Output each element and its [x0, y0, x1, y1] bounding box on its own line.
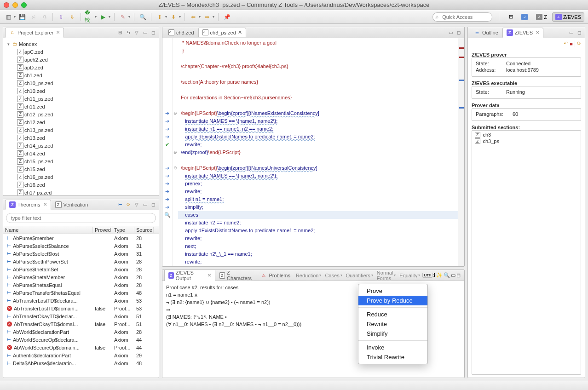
close-icon[interactable]: ✕: [56, 30, 60, 35]
wand-icon[interactable]: ✨: [436, 272, 443, 278]
output-dropdown[interactable]: Quantifiers: [345, 273, 375, 278]
quick-access-input[interactable]: [432, 12, 492, 22]
maximize-view-icon[interactable]: ◻: [456, 272, 461, 278]
close-icon[interactable]: ✕: [238, 29, 242, 35]
nav-up-icon[interactable]: ⇧: [57, 12, 66, 22]
tree-row[interactable]: Zch13_ps.zed: [3, 126, 159, 134]
output-dropdown[interactable]: Reduction: [294, 273, 323, 278]
tree-row[interactable]: Zch11_ps.zed: [3, 95, 159, 103]
theorems-tab[interactable]: ZTheorems✕: [5, 200, 51, 210]
editor-tab[interactable]: Zch3_ps.zed✕: [198, 28, 246, 37]
tree-row[interactable]: Zch10.zed: [3, 87, 159, 95]
section-row[interactable]: Zch3_ps: [472, 138, 581, 144]
debug-icon[interactable]: �較: [85, 12, 94, 22]
context-menu-item[interactable]: Simplify: [358, 329, 427, 338]
editor-tab[interactable]: Zch3.zed: [164, 28, 198, 37]
theorem-row[interactable]: ✕AbTransferOkayTD$domai...falseProof...5…: [3, 320, 159, 328]
theorem-row[interactable]: ⊢AbWorld$declarationPartAxiom28: [3, 328, 159, 336]
turnstile-icon[interactable]: ⊢: [116, 201, 124, 208]
theorem-row[interactable]: ⊢AbPurse$select$lostAxiom31: [3, 250, 159, 258]
refresh-icon[interactable]: ⟳: [125, 201, 132, 208]
search-icon[interactable]: 🔍: [444, 272, 450, 278]
print-icon[interactable]: ⎙: [40, 12, 49, 22]
perspective-java[interactable]: J: [518, 12, 531, 22]
output-tab[interactable]: ⚠Problems: [256, 270, 294, 281]
output-dropdown[interactable]: Normal Forms: [375, 270, 397, 281]
theorem-row[interactable]: ⊢AbPurse$thetasEqualAxiom28: [3, 281, 159, 289]
project-tree[interactable]: ▾🗀MondexZapC.zedZapch2.zedZapD.zedZch1.z…: [3, 38, 159, 195]
theorem-row[interactable]: ⊢AbPurse$setInPowerSetAxiom28: [3, 258, 159, 265]
perspective-z[interactable]: ZZ: [533, 12, 550, 22]
maximize-view-icon[interactable]: ◻: [150, 29, 157, 36]
theorem-row[interactable]: ⊢AbTransferOkayTD$declar...Axiom51: [3, 312, 159, 320]
context-menu-item[interactable]: Prove: [358, 286, 427, 296]
close-icon[interactable]: ✕: [536, 30, 539, 35]
tree-row[interactable]: Zch16.zed: [3, 181, 159, 189]
ext-tools-icon[interactable]: ✎: [118, 12, 127, 22]
verification-tab[interactable]: ZVerification: [51, 200, 92, 210]
theorem-row[interactable]: ⊢AbWorldSecureOp$declara...Axiom44: [3, 336, 159, 344]
tree-row[interactable]: Zch15.zed: [3, 165, 159, 173]
minimize-view-icon[interactable]: ▭: [141, 201, 149, 208]
tree-row[interactable]: Zch14_ps.zed: [3, 142, 159, 149]
output-dropdown[interactable]: Cases: [323, 273, 343, 278]
theorem-row[interactable]: ✕AbWorldSecureOp$domain...falseProof...4…: [3, 344, 159, 351]
forward-icon[interactable]: ➡: [202, 12, 212, 22]
tree-row[interactable]: Zch11.zed: [3, 103, 159, 110]
outline-tab[interactable]: ☰Outline: [470, 28, 502, 38]
tree-row[interactable]: Zapch2.zed: [3, 56, 159, 63]
mark-up-icon[interactable]: ⬆: [155, 12, 164, 22]
close-icon[interactable]: ✕: [43, 202, 47, 207]
context-menu-item[interactable]: Reduce: [358, 310, 427, 319]
output-dropdown[interactable]: Equality: [398, 273, 421, 278]
maximize-view-icon[interactable]: ◻: [455, 29, 462, 36]
context-menu-item[interactable]: Prove by Reduce: [358, 296, 427, 305]
tree-row[interactable]: Zch17 ps.zed: [3, 189, 159, 195]
view-menu-icon[interactable]: ▽: [133, 29, 140, 36]
refresh-icon[interactable]: ⟳: [577, 40, 581, 46]
code-editor[interactable]: ➔➔➔➔✔➔➔➔➔➔➔🔍 ⊖⊖⊖ * NAMES\$domainCheck no…: [162, 38, 464, 266]
theorem-row[interactable]: ⊢AbPurse$select$balanceAxiom31: [3, 242, 159, 250]
minimize-view-icon[interactable]: ▭: [567, 29, 575, 36]
submitted-sections-list[interactable]: Zch3Zch3_ps: [472, 130, 581, 375]
info-icon[interactable]: ℹ: [433, 272, 435, 278]
context-menu-item[interactable]: Invoke: [358, 343, 427, 352]
tree-row[interactable]: Zch15_ps.zed: [3, 157, 159, 165]
theorem-row[interactable]: ✕AbTransferLostTD$domain...falseProof...…: [3, 304, 159, 312]
theorem-row[interactable]: ⊢Authentic$declarationPartAxiom29: [3, 351, 159, 359]
tree-row[interactable]: Zch1.zed: [3, 71, 159, 79]
tree-row[interactable]: Zch12_ps.zed: [3, 110, 159, 118]
save-icon[interactable]: 💾: [17, 12, 27, 22]
minimize-view-icon[interactable]: ▭: [141, 29, 149, 36]
back-icon[interactable]: ⬅: [189, 12, 198, 22]
tree-row[interactable]: ▾🗀Mondex: [3, 40, 159, 48]
theorem-row[interactable]: ⊢AbTransferLostTD$declara...Axiom53: [3, 297, 159, 304]
collapse-all-icon[interactable]: ⊟: [116, 29, 124, 36]
theorem-row[interactable]: ⊢AbPurse$thetaInSetAxiom28: [3, 265, 159, 273]
tree-row[interactable]: Zch13.zed: [3, 134, 159, 142]
theorem-filter-input[interactable]: [6, 213, 156, 223]
tree-row[interactable]: ZapD.zed: [3, 63, 159, 71]
link-editor-icon[interactable]: ⇆: [125, 29, 132, 36]
nav-down-icon[interactable]: ⇩: [68, 12, 77, 22]
tree-row[interactable]: Zch14.zed: [3, 149, 159, 157]
tree-row[interactable]: Zch12.zed: [3, 118, 159, 126]
minimize-view-icon[interactable]: ▭: [447, 29, 454, 36]
utf-button[interactable]: UTF: [422, 273, 432, 278]
context-menu-item[interactable]: Trivial Rewrite: [358, 352, 427, 362]
view-menu-icon[interactable]: ▽: [133, 201, 140, 208]
overview-ruler[interactable]: [458, 38, 464, 266]
save-all-icon[interactable]: ⎘: [29, 12, 38, 22]
perspective-zeves[interactable]: ZZ/EVES: [552, 12, 584, 22]
pin-icon[interactable]: 📌: [222, 12, 231, 22]
stop-icon[interactable]: ■: [570, 41, 573, 46]
tree-row[interactable]: Zch16_ps.zed: [3, 173, 159, 181]
zeves-tab[interactable]: ZZ/EVES✕: [502, 28, 543, 38]
run-icon[interactable]: ▶: [98, 12, 108, 22]
open-perspective-button[interactable]: ⊞: [506, 12, 516, 21]
context-menu-item[interactable]: Rewrite: [358, 319, 427, 329]
theorem-row[interactable]: ⊢AbPurse$memberAxiom28: [3, 234, 159, 242]
search-icon[interactable]: 🔍: [138, 12, 147, 22]
theorem-row[interactable]: ⊢AbPurse$thetaMemberAxiom28: [3, 273, 159, 281]
minimize-view-icon[interactable]: ▭: [451, 272, 455, 278]
